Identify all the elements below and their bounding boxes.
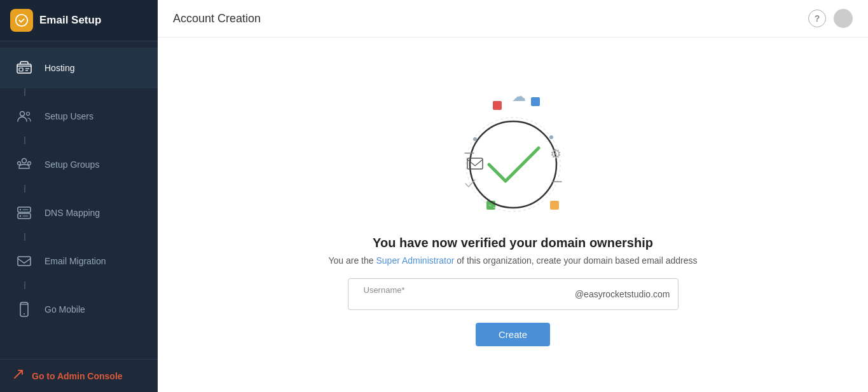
sidebar-header: Email Setup [0,0,158,41]
username-input-wrap: Username* @easyrocketstudio.com [348,278,679,310]
groups-icon [13,153,36,176]
sidebar-item-email-migration-label: Email Migration [45,256,106,266]
app-title: Email Setup [39,14,101,27]
sidebar-item-go-mobile[interactable]: Go Mobile [0,289,158,330]
super-admin-link[interactable]: Super Administrator [376,255,454,266]
sidebar-item-setup-users-label: Setup Users [45,111,93,121]
sidebar-item-dns-mapping-label: DNS Mapping [45,208,100,218]
svg-rect-22 [550,201,559,210]
verified-illustration: ☁ ⚙ [437,83,589,223]
sidebar-item-go-mobile-label: Go Mobile [45,304,85,314]
svg-rect-14 [18,257,31,266]
main-panel: Account Creation ? ☁ [158,0,868,392]
verified-subtitle: You are the Super Administrator of this … [328,255,697,266]
help-button[interactable]: ? [808,10,826,27]
sidebar-item-hosting[interactable]: Hosting [0,48,158,88]
svg-point-7 [22,159,27,163]
verified-title: You have now verified your domain owners… [373,236,653,250]
sidebar: Email Setup Hosting [0,0,158,392]
svg-point-6 [27,112,30,116]
sidebar-item-setup-groups-label: Setup Groups [45,159,99,170]
globe-icon [13,57,36,79]
svg-point-29 [473,137,477,141]
svg-rect-20 [531,97,540,106]
main-header: Account Creation ? [158,0,868,37]
sidebar-item-setup-users[interactable]: Setup Users [0,96,158,137]
domain-suffix: @easyrocketstudio.com [575,289,670,299]
svg-rect-2 [19,68,23,71]
sidebar-item-hosting-label: Hosting [45,63,74,73]
svg-point-5 [20,112,25,116]
svg-point-12 [20,209,21,210]
users-icon [13,105,36,128]
page-title: Account Creation [173,12,261,25]
mobile-icon [13,298,36,321]
sidebar-item-setup-groups[interactable]: Setup Groups [0,144,158,185]
go-admin-label: Go to Admin Console [32,371,123,381]
avatar [834,9,853,28]
sidebar-item-dns-mapping[interactable]: DNS Mapping [0,193,158,233]
subtitle-post: of this organization, create your domain… [454,255,697,266]
svg-point-0 [16,15,27,26]
main-body: ☁ ⚙ [158,37,868,392]
svg-point-16 [24,313,25,314]
header-actions: ? [808,9,853,28]
create-button[interactable]: Create [476,323,550,346]
email-migration-icon [13,250,36,273]
svg-point-30 [549,135,553,139]
sidebar-nav: Hosting Setup Users [0,41,158,359]
svg-point-24 [466,118,560,212]
question-mark-icon: ? [815,13,820,24]
svg-text:⚙: ⚙ [550,147,561,161]
username-input[interactable] [356,279,575,309]
subtitle-pre: You are the [328,255,376,266]
svg-point-13 [20,215,21,217]
app-icon [10,9,33,32]
svg-point-9 [28,162,31,165]
svg-point-8 [18,162,21,165]
sidebar-item-email-migration[interactable]: Email Migration [0,241,158,281]
dns-icon [13,201,36,224]
svg-text:☁: ☁ [512,88,526,104]
username-form: Username* @easyrocketstudio.com [348,278,679,310]
svg-rect-19 [493,101,502,110]
sidebar-footer-go-admin[interactable]: Go to Admin Console [0,359,158,392]
external-link-icon [13,368,24,383]
